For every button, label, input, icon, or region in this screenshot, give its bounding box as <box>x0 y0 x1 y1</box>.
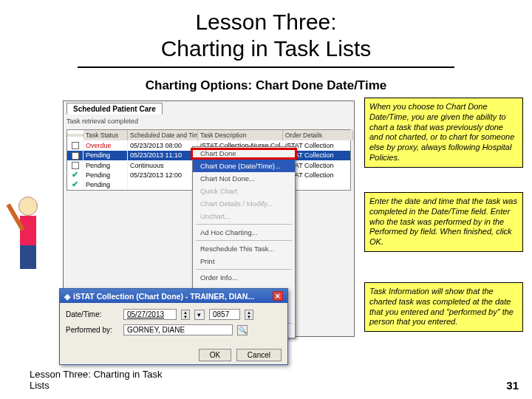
column-header[interactable]: Scheduled Date and Time <box>128 130 198 140</box>
checkbox-icon[interactable] <box>67 160 83 171</box>
check-icon[interactable]: ✔ <box>67 171 83 180</box>
content-area: Scheduled Patient Care Task retrieval co… <box>0 93 532 366</box>
menu-item[interactable]: Reschedule This Task... <box>193 242 295 255</box>
subtitle: Charting Options: Chart Done Date/Time <box>0 78 532 93</box>
menu-separator <box>196 269 292 270</box>
cell: Pending <box>83 180 128 190</box>
dialog-title-text: iSTAT Collection (Chart Done) - TRAINER,… <box>73 292 254 301</box>
menu-item[interactable]: Chart Done (Date/Time)... <box>193 160 295 172</box>
cell: Pending <box>83 171 128 180</box>
time-field[interactable]: 0857 <box>209 309 240 320</box>
dialog-titlebar: ◈ iSTAT Collection (Chart Done) - TRAINE… <box>60 289 287 303</box>
menu-separator <box>196 240 292 241</box>
title-line2: Charting in Task Lists <box>161 36 372 61</box>
menu-item[interactable]: Ad Hoc Charting... <box>193 226 295 239</box>
menu-item[interactable]: Print <box>193 255 295 267</box>
checkbox-icon[interactable] <box>67 140 83 151</box>
menu-item[interactable]: Chart Not Done... <box>193 172 295 185</box>
close-icon[interactable]: ✕ <box>273 291 283 301</box>
checkbox-icon[interactable] <box>67 151 83 161</box>
chart-done-dialog: ◈ iSTAT Collection (Chart Done) - TRAINE… <box>59 288 288 365</box>
footer-label: Lesson Three: Charting in Task Lists <box>30 369 170 392</box>
grid-header-row: Task StatusScheduled Date and TimeTask D… <box>67 130 350 140</box>
performed-by-field[interactable]: GORNEY, DIANE <box>123 324 233 335</box>
cell: Pending <box>83 161 128 171</box>
menu-item: Chart Details / Modify... <box>193 197 295 210</box>
cell: 05/23/2013 11:10 <box>128 151 198 160</box>
calendar-icon[interactable]: ▾ <box>194 310 205 320</box>
menu-item: Unchart... <box>193 210 295 222</box>
pointing-character-image <box>6 197 50 282</box>
page-number: 31 <box>506 379 519 392</box>
cell <box>128 184 198 186</box>
time-spinner[interactable]: ▲▼ <box>245 310 253 320</box>
menu-separator <box>196 224 292 225</box>
info-box-3: Task Information will show that the char… <box>364 282 523 332</box>
info-box-2: Enter the date and time that the task wa… <box>364 192 523 252</box>
date-field[interactable]: 05/27/2013 <box>123 309 177 320</box>
title-line1: Lesson Three: <box>195 10 336 34</box>
date-spinner[interactable]: ▲▼ <box>181 310 190 320</box>
cell: 05/23/2013 12:00 <box>128 171 198 180</box>
cell: Overdue <box>83 140 128 150</box>
tab-scheduled-patient-care[interactable]: Scheduled Patient Care <box>66 103 163 115</box>
cell: Continuous <box>128 161 198 171</box>
search-icon[interactable]: 🔍 <box>237 325 248 335</box>
check-icon[interactable]: ✔ <box>67 180 83 190</box>
tasklist-status-text: Task retrieval completed <box>66 117 138 125</box>
column-header[interactable]: Order Details <box>283 130 353 140</box>
column-header[interactable] <box>67 134 83 137</box>
cell: 05/23/2013 08:00 <box>128 140 198 150</box>
column-header[interactable]: Task Description <box>198 130 283 140</box>
menu-item[interactable]: Chart Done <box>193 147 295 160</box>
title-underline <box>78 66 454 68</box>
ok-button[interactable]: OK <box>199 349 231 361</box>
info-box-1: When you choose to Chart Done Date/Time,… <box>364 98 523 168</box>
cell: Pending <box>83 151 128 160</box>
menu-item: Quick Chart <box>193 185 295 197</box>
app-icon: ◈ <box>64 292 70 301</box>
performed-by-label: Performed by: <box>66 326 119 334</box>
column-header[interactable]: Task Status <box>83 130 128 140</box>
menu-item[interactable]: Order Info... <box>193 271 295 284</box>
cancel-button[interactable]: Cancel <box>236 349 282 361</box>
date-time-label: Date/Time: <box>66 310 119 318</box>
slide-title: Lesson Three: Charting in Task Lists <box>0 0 532 68</box>
